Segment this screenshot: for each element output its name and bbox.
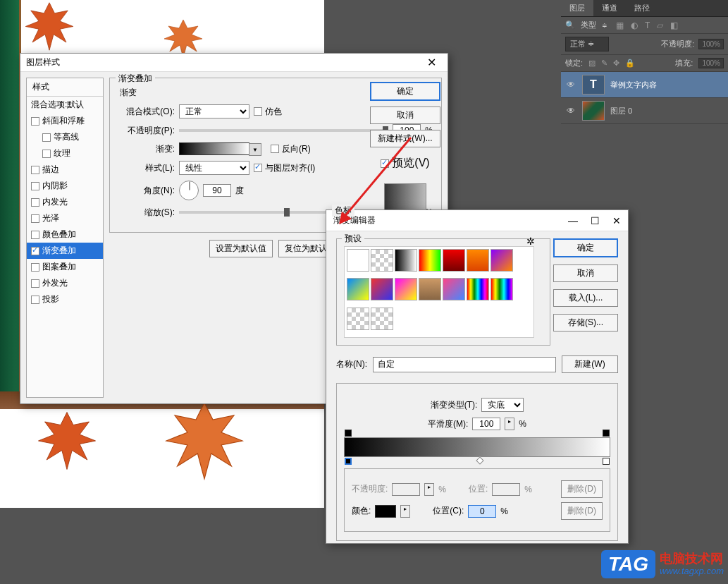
effect-checkbox[interactable] <box>31 279 39 288</box>
preset-swatch[interactable] <box>347 249 369 272</box>
effect-item[interactable]: 斜面和浮雕 <box>27 113 103 129</box>
layer-item-text[interactable]: 👁 T 举例文字内容 <box>561 72 728 98</box>
effect-item[interactable]: 渐变叠加 <box>27 243 103 259</box>
close-icon[interactable]: ✕ <box>612 215 621 226</box>
opacity-value[interactable]: 100% <box>698 39 724 49</box>
styles-header[interactable]: 样式 <box>27 78 103 97</box>
set-default-button[interactable]: 设置为默认值 <box>209 240 273 257</box>
effect-item[interactable]: 纹理 <box>27 145 103 162</box>
fill-value[interactable]: 100% <box>698 58 724 68</box>
preset-swatch[interactable] <box>491 249 513 272</box>
gear-icon[interactable]: ✲ <box>526 236 535 247</box>
color-stop[interactable] <box>345 458 352 465</box>
preview-checkbox[interactable] <box>381 159 389 168</box>
effect-item[interactable]: 内阴影 <box>27 178 103 194</box>
preset-swatch[interactable] <box>467 278 489 300</box>
position-c-input[interactable] <box>468 505 496 518</box>
preset-swatch[interactable] <box>491 278 513 300</box>
preset-swatch[interactable] <box>395 278 417 300</box>
opacity-stop[interactable] <box>603 430 610 437</box>
tab-paths[interactable]: 路径 <box>626 0 658 16</box>
name-input[interactable] <box>373 357 556 372</box>
smoothness-input[interactable] <box>472 418 500 430</box>
new-button[interactable]: 新建(W) <box>562 355 618 373</box>
angle-dial[interactable] <box>179 181 199 200</box>
preset-swatch[interactable] <box>395 249 417 272</box>
effect-item[interactable]: 内发光 <box>27 194 103 210</box>
lock-transparent-icon[interactable]: ▨ <box>588 59 596 68</box>
color-stop[interactable] <box>603 458 610 465</box>
dialog-titlebar[interactable]: 图层样式 ✕ <box>20 54 448 72</box>
lock-pixels-icon[interactable]: ✎ <box>601 59 607 68</box>
tab-channels[interactable]: 通道 <box>593 0 626 16</box>
effect-item[interactable]: 投影 <box>27 291 103 308</box>
effect-checkbox[interactable] <box>31 117 39 126</box>
effect-checkbox[interactable] <box>31 247 39 255</box>
blend-options-item[interactable]: 混合选项:默认 <box>27 97 103 113</box>
filter-adjust-icon[interactable]: ◐ <box>631 20 638 30</box>
opacity-slider[interactable] <box>179 129 388 132</box>
load-button[interactable]: 载入(L)... <box>553 289 618 307</box>
effect-item[interactable]: 描边 <box>27 162 103 178</box>
style-select[interactable]: 线性 <box>179 161 249 175</box>
gradient-bar[interactable] <box>344 437 610 457</box>
preset-swatch[interactable] <box>419 278 441 300</box>
type-select[interactable]: 实底 <box>481 398 524 412</box>
tab-layers[interactable]: 图层 <box>561 0 593 16</box>
filter-type-icon[interactable]: T <box>645 20 650 30</box>
effect-checkbox[interactable] <box>31 231 39 239</box>
gradient-picker[interactable] <box>179 142 249 155</box>
effect-checkbox[interactable] <box>31 198 39 207</box>
filter-shape-icon[interactable]: ▱ <box>657 20 663 30</box>
preset-swatch[interactable] <box>419 249 441 272</box>
preset-swatch[interactable] <box>443 278 465 300</box>
opacity-stop[interactable] <box>345 430 352 437</box>
minimize-icon[interactable]: — <box>568 215 578 226</box>
effect-checkbox[interactable] <box>42 133 51 142</box>
blend-mode-select[interactable]: 正常 <box>179 104 249 118</box>
effect-checkbox[interactable] <box>31 166 39 174</box>
blend-mode-dropdown[interactable]: 正常 ≑ <box>565 37 609 51</box>
midpoint-diamond[interactable] <box>476 456 483 464</box>
lock-all-icon[interactable]: 🔒 <box>625 59 635 68</box>
save-button[interactable]: 存储(S)... <box>553 314 618 331</box>
effect-checkbox[interactable] <box>31 182 39 190</box>
preset-swatch[interactable] <box>371 278 393 300</box>
effect-item[interactable]: 图案叠加 <box>27 259 103 275</box>
preset-swatch[interactable] <box>347 278 369 300</box>
reverse-checkbox[interactable] <box>271 145 279 153</box>
effect-checkbox[interactable] <box>31 296 39 304</box>
smoothness-arrow-icon[interactable]: ▸ <box>505 418 514 430</box>
kind-filter-icon[interactable]: 🔍 <box>565 20 575 30</box>
effect-item[interactable]: 等高线 <box>27 129 103 145</box>
preset-swatch[interactable] <box>347 308 369 330</box>
ok-button[interactable]: 确定 <box>553 238 618 257</box>
lock-position-icon[interactable]: ✥ <box>613 59 619 68</box>
preset-swatch[interactable] <box>467 249 489 272</box>
cancel-button[interactable]: 取消 <box>553 264 618 282</box>
close-icon[interactable]: ✕ <box>421 56 442 69</box>
delete-button[interactable]: 删除(D) <box>561 502 603 520</box>
dialog-titlebar[interactable]: 渐变编辑器 — ☐ ✕ <box>326 210 628 231</box>
filter-pixel-icon[interactable]: ▦ <box>616 20 624 30</box>
effect-item[interactable]: 颜色叠加 <box>27 226 103 243</box>
layer-item-image[interactable]: 👁 图层 0 <box>561 98 728 124</box>
align-checkbox[interactable] <box>254 164 262 172</box>
visibility-icon[interactable]: 👁 <box>565 106 576 116</box>
effect-item[interactable]: 光泽 <box>27 210 103 226</box>
filter-smart-icon[interactable]: ◧ <box>670 20 678 30</box>
angle-input[interactable] <box>203 184 231 197</box>
effect-checkbox[interactable] <box>31 214 39 223</box>
new-style-button[interactable]: 新建样式(W)... <box>370 130 440 147</box>
preset-swatch[interactable] <box>443 249 465 272</box>
preset-swatch[interactable] <box>371 308 393 330</box>
dither-checkbox[interactable] <box>254 107 262 116</box>
preset-swatch[interactable] <box>371 249 393 272</box>
effect-item[interactable]: 外发光 <box>27 275 103 291</box>
effect-checkbox[interactable] <box>42 150 51 158</box>
color-swatch[interactable] <box>375 505 396 518</box>
arrow-icon[interactable]: ▸ <box>400 505 410 518</box>
effect-checkbox[interactable] <box>31 263 39 272</box>
maximize-icon[interactable]: ☐ <box>591 215 600 226</box>
cancel-button[interactable]: 取消 <box>370 107 440 124</box>
